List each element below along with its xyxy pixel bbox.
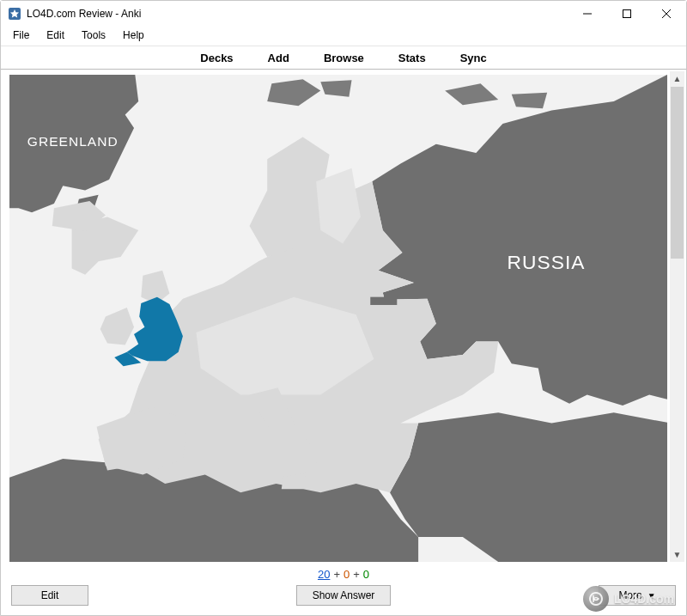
more-button-label: More (618, 589, 641, 601)
scroll-down-button[interactable]: ▼ (670, 547, 684, 562)
edit-button[interactable]: Edit (11, 585, 88, 606)
count-learn: 0 (344, 568, 350, 581)
plus-separator: + (353, 568, 360, 581)
toolbar-browse[interactable]: Browse (319, 50, 369, 66)
chevron-down-icon: ▼ (647, 591, 656, 601)
app-window: LO4D.com Review - Anki File Edit Tools H… (0, 0, 687, 616)
map-label-greenland: GREENLAND (27, 134, 119, 149)
map-label-russia: RUSSIA (508, 251, 586, 273)
more-button[interactable]: More ▼ (599, 585, 676, 606)
toolbar: Decks Add Browse Stats Sync (1, 46, 686, 70)
toolbar-decks[interactable]: Decks (195, 50, 238, 66)
flashcard: GREENLAND RUSSIA (9, 75, 667, 562)
titlebar: LO4D.com Review - Anki (1, 1, 686, 27)
toolbar-add[interactable]: Add (263, 50, 295, 66)
toolbar-stats[interactable]: Stats (393, 50, 431, 66)
svg-rect-3 (370, 297, 397, 305)
count-review: 0 (363, 568, 369, 581)
count-new: 20 (318, 568, 330, 581)
menu-edit[interactable]: Edit (38, 27, 73, 43)
menu-file[interactable]: File (4, 27, 38, 43)
close-button[interactable] (647, 1, 686, 27)
vertical-scrollbar[interactable]: ▲ ▼ (670, 71, 684, 562)
review-counts: 20 + 0 + 0 (1, 564, 686, 584)
scroll-thumb[interactable] (671, 87, 684, 259)
toolbar-sync[interactable]: Sync (455, 50, 492, 66)
show-answer-button[interactable]: Show Answer (296, 585, 391, 606)
content-area: GREENLAND RUSSIA ▲ ▼ (1, 70, 686, 564)
minimize-button[interactable] (568, 1, 607, 27)
menu-help[interactable]: Help (114, 27, 153, 43)
scroll-up-button[interactable]: ▲ (670, 71, 684, 86)
menubar: File Edit Tools Help (1, 27, 686, 46)
app-icon (8, 7, 21, 21)
plus-separator: + (333, 568, 340, 581)
maximize-button[interactable] (607, 1, 647, 27)
window-controls (568, 1, 686, 27)
bottom-bar: Edit Show Answer More ▼ (1, 584, 686, 615)
svg-rect-1 (623, 10, 631, 18)
menu-tools[interactable]: Tools (73, 27, 114, 43)
map-image: GREENLAND RUSSIA (9, 75, 667, 562)
window-title: LO4D.com Review - Anki (27, 1, 141, 27)
